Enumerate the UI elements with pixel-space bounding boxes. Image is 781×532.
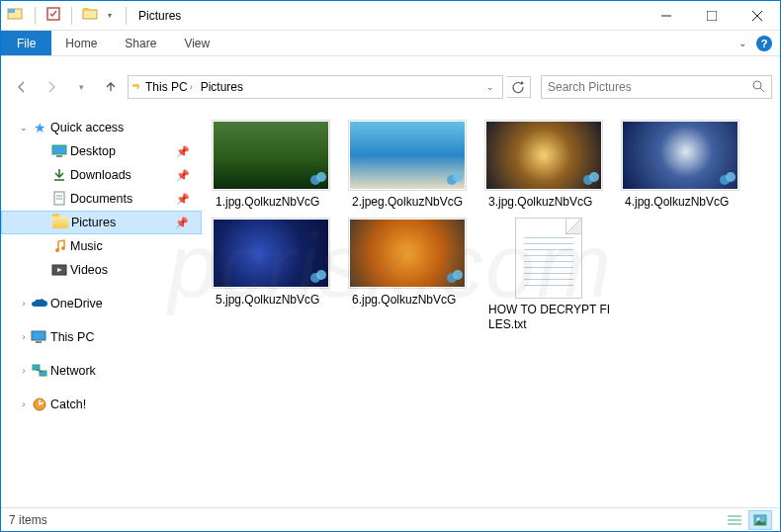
address-bar[interactable]: › This PC › Pictures ⌄ xyxy=(128,75,503,99)
svg-point-33 xyxy=(726,172,736,182)
svg-point-37 xyxy=(453,270,463,280)
nav-item-documents[interactable]: Documents📌 xyxy=(1,187,202,211)
nav-item-onedrive[interactable]: ›OneDrive xyxy=(1,292,202,315)
nav-label: Documents xyxy=(70,192,132,206)
qat-dropdown-icon[interactable]: ▾ xyxy=(104,11,116,20)
maximize-button[interactable] xyxy=(689,1,735,31)
nav-item-thispc[interactable]: ›This PC xyxy=(1,325,202,349)
svg-point-17 xyxy=(55,248,59,252)
file-item[interactable]: 6.jpg.QolkuzNbVcG xyxy=(348,218,477,332)
up-button[interactable] xyxy=(98,74,124,100)
file-item[interactable]: 5.jpg.QolkuzNbVcG xyxy=(212,218,340,332)
pin-icon: 📌 xyxy=(176,145,190,158)
nav-label: This PC xyxy=(50,330,94,344)
folder-icon xyxy=(50,238,68,254)
refresh-button[interactable] xyxy=(507,76,531,98)
content-pane[interactable]: 1.jpg.QolkuzNbVcG2.jpeg.QolkuzNbVcG3.jpg… xyxy=(202,110,780,507)
filetype-overlay-icon xyxy=(309,170,327,188)
file-item[interactable]: HOW TO DECRYPT FILES.txt xyxy=(484,218,613,332)
pin-icon: 📌 xyxy=(175,217,189,229)
breadcrumb-thispc[interactable]: This PC › xyxy=(143,80,195,94)
expand-icon[interactable]: › xyxy=(17,366,31,376)
filetype-overlay-icon xyxy=(446,268,464,286)
qat-properties-icon[interactable] xyxy=(45,6,61,26)
close-button[interactable] xyxy=(735,1,780,31)
nav-item-network[interactable]: ›Network xyxy=(1,359,202,383)
file-name: HOW TO DECRYPT FILES.txt xyxy=(484,299,613,332)
expand-icon[interactable]: › xyxy=(17,399,31,409)
file-thumbnail xyxy=(515,218,582,299)
details-view-button[interactable] xyxy=(723,510,746,530)
nav-label: Catch! xyxy=(50,398,86,411)
svg-rect-21 xyxy=(36,341,42,343)
separator xyxy=(71,7,72,25)
thumbnails-view-button[interactable] xyxy=(748,510,772,530)
tab-home[interactable]: Home xyxy=(51,31,111,55)
explorer-icon xyxy=(7,6,25,26)
qat-newfolder-icon[interactable] xyxy=(82,7,100,25)
network-icon xyxy=(31,364,48,378)
file-item[interactable]: 4.jpg.QolkuzNbVcG xyxy=(621,120,749,210)
nav-label: Network xyxy=(50,364,96,378)
quick-access-icon: ★ xyxy=(31,120,48,135)
onedrive-icon xyxy=(31,298,48,310)
svg-rect-1 xyxy=(8,9,15,13)
nav-item-music[interactable]: Music xyxy=(1,234,202,258)
nav-label: Pictures xyxy=(71,216,116,229)
file-tab[interactable]: File xyxy=(1,31,51,55)
nav-quick-access[interactable]: ⌄ ★ Quick access xyxy=(1,116,202,139)
collapse-icon[interactable]: ⌄ xyxy=(17,123,31,133)
svg-rect-4 xyxy=(83,8,89,11)
svg-rect-22 xyxy=(33,365,40,370)
nav-item-pictures[interactable]: Pictures📌 xyxy=(1,211,202,234)
svg-rect-11 xyxy=(52,145,66,154)
file-item[interactable]: 2.jpeg.QolkuzNbVcG xyxy=(348,120,477,210)
help-icon[interactable]: ? xyxy=(756,36,772,51)
file-item[interactable]: 3.jpg.QolkuzNbVcG xyxy=(484,120,613,210)
search-input[interactable]: Search Pictures xyxy=(541,75,772,99)
expand-icon[interactable]: › xyxy=(17,299,31,309)
folder-icon xyxy=(50,191,68,207)
pc-icon xyxy=(31,330,48,344)
filetype-overlay-icon xyxy=(582,170,600,188)
address-dropdown-icon[interactable]: ⌄ xyxy=(482,82,498,92)
nav-label: Downloads xyxy=(70,168,131,182)
forward-button[interactable] xyxy=(39,74,64,100)
nav-item-desktop[interactable]: Desktop📌 xyxy=(1,139,202,163)
file-thumbnail xyxy=(484,120,603,191)
file-thumbnail xyxy=(621,120,739,191)
file-name: 6.jpg.QolkuzNbVcG xyxy=(348,289,477,308)
minimize-button[interactable] xyxy=(644,1,689,31)
tab-view[interactable]: View xyxy=(170,31,223,55)
nav-item-videos[interactable]: Videos xyxy=(1,258,202,282)
filetype-overlay-icon xyxy=(446,170,464,188)
status-bar: 7 items xyxy=(1,507,780,531)
back-button[interactable] xyxy=(9,74,35,100)
separator xyxy=(126,7,127,25)
file-name: 5.jpg.QolkuzNbVcG xyxy=(212,289,340,308)
nav-label: Desktop xyxy=(70,144,116,158)
svg-point-9 xyxy=(753,81,761,89)
svg-line-10 xyxy=(760,88,764,92)
folder-icon xyxy=(50,168,68,182)
svg-rect-20 xyxy=(32,331,45,340)
nav-label: Videos xyxy=(70,263,108,277)
file-name: 4.jpg.QolkuzNbVcG xyxy=(621,191,749,210)
nav-item-downloads[interactable]: Downloads📌 xyxy=(1,163,202,187)
nav-item-catch[interactable]: ›Catch! xyxy=(1,393,202,416)
file-item[interactable]: 1.jpg.QolkuzNbVcG xyxy=(212,120,340,210)
expand-icon[interactable]: › xyxy=(17,332,31,342)
folder-icon xyxy=(51,217,69,228)
ribbon-expand-icon[interactable]: ⌄ xyxy=(738,38,746,48)
svg-point-31 xyxy=(589,172,599,182)
svg-point-27 xyxy=(316,172,326,182)
folder-icon xyxy=(50,144,68,158)
breadcrumb-pictures[interactable]: Pictures xyxy=(199,80,245,94)
recent-dropdown[interactable]: ▾ xyxy=(68,74,94,100)
quick-access-toolbar: ▾ xyxy=(1,6,132,26)
catch-icon xyxy=(31,397,48,412)
svg-point-18 xyxy=(61,246,65,250)
file-name: 1.jpg.QolkuzNbVcG xyxy=(212,191,340,210)
filetype-overlay-icon xyxy=(719,170,737,188)
tab-share[interactable]: Share xyxy=(111,31,170,55)
